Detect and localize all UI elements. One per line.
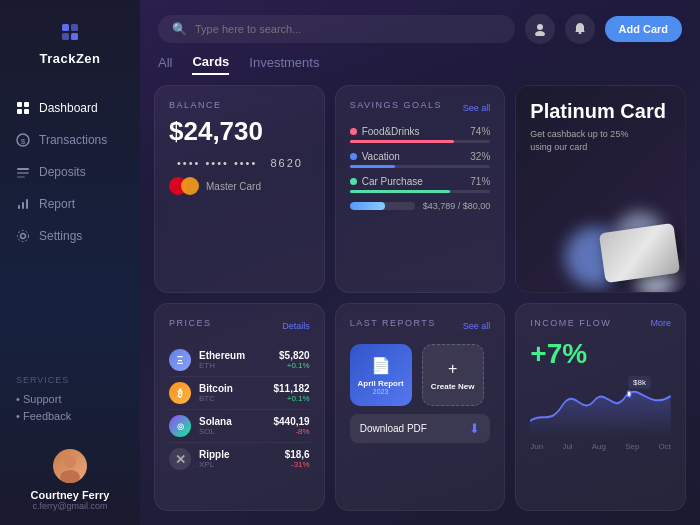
- tab-investments[interactable]: Investments: [249, 55, 319, 74]
- transactions-icon: $: [16, 133, 30, 147]
- svg-rect-2: [62, 33, 69, 40]
- platinum-title: Platinum Card: [530, 100, 671, 123]
- sol-price: $440,19: [274, 416, 310, 427]
- goal-pct-food: 74%: [470, 126, 490, 137]
- search-input[interactable]: [195, 23, 501, 35]
- savings-footer: $43,789 / $80,00: [350, 201, 491, 211]
- sol-change: -8%: [274, 427, 310, 436]
- profile-button[interactable]: [525, 14, 555, 44]
- price-row-sol: ◎ Solana SOL $440,19 -8%: [169, 410, 310, 443]
- income-label: INCOME FLOW: [530, 318, 611, 328]
- eth-ticker: ETH: [199, 361, 271, 370]
- search-bar[interactable]: 🔍: [158, 15, 515, 43]
- sidebar-item-settings[interactable]: Settings: [0, 220, 140, 252]
- income-more-link[interactable]: More: [650, 318, 671, 334]
- download-pdf-button[interactable]: Download PDF ⬇: [350, 414, 491, 443]
- dashboard-label: Dashboard: [39, 101, 98, 115]
- main-content: 🔍 Add Card All Cards Investments: [140, 0, 700, 525]
- svg-rect-22: [578, 32, 581, 34]
- svg-point-23: [628, 391, 632, 397]
- notifications-button[interactable]: [565, 14, 595, 44]
- svg-rect-14: [22, 202, 24, 209]
- savings-see-all[interactable]: See all: [463, 103, 491, 113]
- user-name: Courtney Ferry: [31, 489, 110, 501]
- balance-amount: $24,730: [169, 116, 310, 147]
- btc-icon: ₿: [169, 382, 191, 404]
- btc-ticker: BTC: [199, 394, 266, 403]
- settings-icon: [16, 229, 30, 243]
- sidebar-item-dashboard[interactable]: Dashboard: [0, 92, 140, 124]
- goal-bar-car: [350, 190, 450, 193]
- support-link[interactable]: Support: [16, 393, 124, 405]
- sidebar-item-transactions[interactable]: $ Transactions: [0, 124, 140, 156]
- chart-months: Jun Jul Aug Sep Oct: [530, 442, 671, 451]
- prices-details-link[interactable]: Details: [282, 321, 310, 331]
- topbar-actions: Add Card: [525, 14, 683, 44]
- add-card-button[interactable]: Add Card: [605, 16, 683, 42]
- savings-progress-fill: [350, 202, 386, 210]
- savings-target: $80,00: [463, 201, 491, 211]
- svg-rect-11: [17, 172, 29, 174]
- savings-label: SAVINGS GOALS: [350, 100, 442, 110]
- eth-price: $5,820: [279, 350, 310, 361]
- reports-label: LAST REPORTS: [350, 318, 436, 328]
- eth-icon: Ξ: [169, 349, 191, 371]
- eth-change: +0.1%: [279, 361, 310, 370]
- svg-rect-0: [62, 24, 69, 31]
- price-row-btc: ₿ Bitcoin BTC $11,182 +0.1%: [169, 377, 310, 410]
- sol-name: Solana: [199, 416, 266, 427]
- report-date: 2023: [373, 388, 389, 395]
- svg-rect-5: [24, 102, 29, 107]
- goal-car: Car Purchase 71%: [350, 176, 491, 193]
- search-icon: 🔍: [172, 22, 187, 36]
- savings-goals-card: SAVINGS GOALS See all Food&Drinks 74%: [335, 85, 506, 293]
- savings-current: $43,789: [423, 201, 456, 211]
- svg-rect-15: [26, 199, 28, 209]
- goal-name-vacation: Vacation: [362, 151, 400, 162]
- goal-food: Food&Drinks 74%: [350, 126, 491, 143]
- download-icon: ⬇: [469, 421, 480, 436]
- profile-icon: [533, 22, 547, 36]
- credit-card-3d: [599, 223, 680, 283]
- xrp-price: $18,6: [285, 449, 310, 460]
- avatar[interactable]: [53, 449, 87, 483]
- goal-name-car: Car Purchase: [362, 176, 423, 187]
- dashboard-icon: [16, 101, 30, 115]
- xrp-ticker: XPL: [199, 460, 277, 469]
- mastercard-label: Master Card: [206, 181, 261, 192]
- tab-all[interactable]: All: [158, 55, 172, 74]
- platinum-subtitle: Get cashback up to 25% using our card: [530, 128, 630, 153]
- report-file-icon: 📄: [371, 356, 391, 375]
- deposits-icon: [16, 165, 30, 179]
- sidebar-item-report[interactable]: Report: [0, 188, 140, 220]
- income-percentage: +7%: [530, 338, 671, 370]
- svg-rect-13: [18, 205, 20, 209]
- svg-point-17: [18, 231, 29, 242]
- report-items: 📄 April Report 2023 + Create New: [350, 344, 491, 406]
- savings-header: SAVINGS GOALS See all: [350, 100, 491, 116]
- sidebar-item-deposits[interactable]: Deposits: [0, 156, 140, 188]
- dashboard-grid: BALANCE $24,730 •••• •••• •••• 8620 Mast…: [140, 85, 700, 525]
- xrp-icon: ✕: [169, 448, 191, 470]
- user-section: Courtney Ferry c.ferry@gmail.com: [0, 439, 140, 511]
- goal-bar-food: [350, 140, 454, 143]
- card-dots: •••• •••• •••• 8620: [169, 157, 310, 169]
- sol-ticker: SOL: [199, 427, 266, 436]
- prices-label: PRICES: [169, 318, 212, 328]
- svg-rect-3: [71, 33, 78, 40]
- create-new-report[interactable]: + Create New: [422, 344, 484, 406]
- tab-cards[interactable]: Cards: [192, 54, 229, 75]
- april-report-item[interactable]: 📄 April Report 2023: [350, 344, 412, 406]
- month-aug: Aug: [592, 442, 606, 451]
- prices-card: PRICES Details Ξ Ethereum ETH $5,820 +0.…: [154, 303, 325, 511]
- deposits-label: Deposits: [39, 165, 86, 179]
- reports-see-all[interactable]: See all: [463, 321, 491, 331]
- chart-tooltip: $8k: [628, 376, 651, 389]
- svg-point-21: [535, 31, 545, 36]
- goal-dot-vacation: [350, 153, 357, 160]
- app-logo-text: TrackZen: [39, 51, 100, 66]
- xrp-name: Ripple: [199, 449, 277, 460]
- dots-text: •••• •••• ••••: [177, 157, 257, 169]
- month-jun: Jun: [530, 442, 543, 451]
- feedback-link[interactable]: Feedback: [16, 410, 124, 422]
